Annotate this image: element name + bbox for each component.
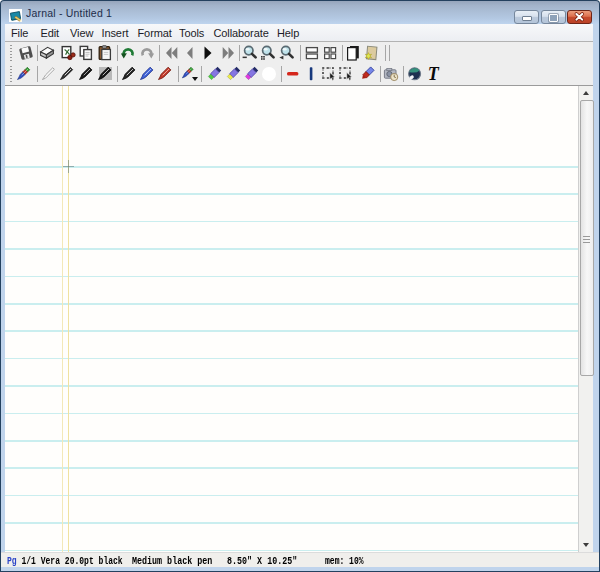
svg-text:T: T [427,66,439,82]
